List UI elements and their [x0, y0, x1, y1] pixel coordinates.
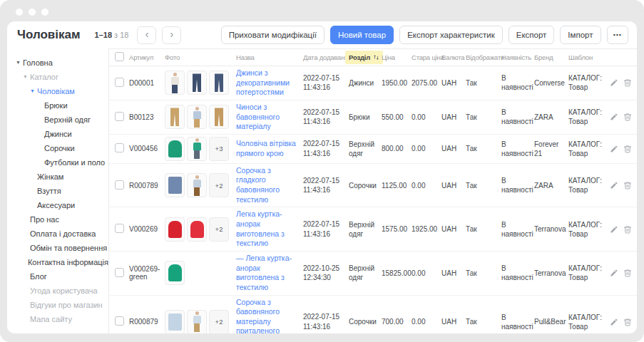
sidebar-item[interactable]: Футболки и поло [7, 155, 108, 170]
row-checkbox[interactable] [115, 316, 124, 326]
product-photo[interactable] [187, 137, 207, 161]
product-name-link[interactable]: Сорочка з бавовняного матеріалу притален… [236, 298, 280, 333]
delete-product-button[interactable] [623, 78, 632, 87]
column-header-name[interactable]: Назва [236, 53, 303, 61]
product-photo[interactable] [165, 71, 185, 95]
delete-product-button[interactable] [623, 225, 632, 234]
product-photo[interactable] [165, 105, 185, 129]
export-characteristics-button[interactable]: Експорт характеристик [399, 26, 503, 44]
edit-product-button[interactable] [610, 145, 618, 153]
sidebar-item[interactable]: Блог [7, 269, 108, 284]
select-all-checkbox[interactable] [115, 52, 124, 61]
product-photo[interactable] [209, 71, 229, 95]
sidebar-item[interactable]: Угода користувача [7, 284, 108, 298]
more-photos-badge[interactable]: +2 [209, 310, 229, 333]
sidebar-item[interactable]: Верхній одяг [7, 113, 108, 127]
column-header-currency[interactable]: Валюта [441, 53, 466, 61]
pagination: 1–18з 18 [95, 31, 129, 39]
product-photo[interactable] [187, 173, 207, 197]
product-photo[interactable] [209, 105, 229, 129]
product-photo[interactable] [187, 310, 207, 333]
edit-product-button[interactable] [610, 113, 618, 121]
prev-page-button[interactable] [137, 26, 156, 44]
product-name-link[interactable]: Сорочка з гладкого бавовняного текстилю [236, 166, 280, 204]
export-button[interactable]: Експорт [508, 26, 555, 44]
row-checkbox[interactable] [115, 268, 124, 277]
row-checkbox[interactable] [115, 180, 124, 190]
column-header-photo[interactable]: Фото [165, 53, 236, 61]
column-header-display[interactable]: Відображати [466, 53, 501, 61]
product-photo[interactable] [187, 105, 207, 129]
delete-product-button[interactable] [623, 145, 632, 153]
column-header-availability[interactable]: Наявність [501, 53, 534, 61]
sidebar-item[interactable]: Джинси [7, 127, 108, 141]
next-page-button[interactable] [162, 26, 181, 44]
product-old-price: 0.00 [412, 269, 441, 278]
table-body: D00001Джинси з декоративними потертостям… [109, 66, 637, 333]
product-section: Верхній одяг [349, 220, 382, 239]
edit-product-button[interactable] [610, 181, 618, 190]
more-photos-badge[interactable]: +2 [209, 173, 229, 197]
sidebar-item[interactable]: Мапа сайту [7, 312, 108, 326]
sidebar-item[interactable]: Про нас [7, 212, 108, 227]
pencil-icon [610, 181, 618, 190]
sidebar-item[interactable]: Сорочки [7, 141, 108, 155]
sidebar-item[interactable]: Жінкам [7, 170, 108, 184]
sidebar-item[interactable]: Контактна інформація [7, 255, 108, 269]
more-actions-button[interactable]: ⋯ [607, 26, 629, 44]
product-name-link[interactable]: Джинси з декоративними потертостями [236, 68, 290, 96]
delete-product-button[interactable] [623, 181, 632, 190]
product-photo[interactable] [165, 310, 185, 333]
hide-modifications-button[interactable]: Приховати модифікації [221, 26, 324, 44]
new-product-button[interactable]: Новий товар [330, 26, 394, 44]
row-checkbox-cell [109, 143, 129, 154]
edit-product-button[interactable] [610, 318, 618, 326]
product-photo[interactable] [165, 137, 185, 161]
column-header-old-price[interactable]: Стара ціна [412, 53, 441, 61]
row-checkbox[interactable] [115, 112, 124, 121]
product-name-link[interactable]: Легка куртка-анорак виготовлена з тексти… [236, 209, 285, 247]
product-photo[interactable] [165, 173, 185, 197]
product-name-link[interactable]: — Легка куртка-анорак виготовлена з текс… [236, 254, 292, 291]
sidebar-item[interactable]: ▼Чоловікам [7, 84, 108, 98]
delete-product-button[interactable] [623, 269, 632, 277]
delete-product-button[interactable] [623, 113, 632, 121]
column-header-article[interactable]: Артикул [129, 53, 165, 61]
table-row: V000269+2Легка куртка-анорак виготовлена… [109, 207, 637, 252]
row-checkbox[interactable] [115, 143, 124, 152]
column-header-date[interactable]: Дата додавання [303, 53, 349, 61]
product-name-link[interactable]: Чиноси з бавовняного матеріалу [236, 103, 280, 130]
column-header-section[interactable]: Розділ [349, 51, 382, 64]
product-price: 800.00 [382, 144, 412, 153]
sidebar-item[interactable]: Брюки [7, 98, 108, 113]
chevron-right-icon [168, 31, 175, 38]
more-photos-badge[interactable]: +2 [209, 217, 229, 242]
product-name-link[interactable]: Чоловіча вітрівка прямого крою [236, 139, 296, 157]
sidebar-item-label: Блог [30, 269, 47, 284]
more-photos-badge[interactable]: +3 [209, 137, 229, 161]
sidebar-item[interactable]: ▼Головна [7, 56, 108, 70]
sidebar-item[interactable]: Взуття [7, 184, 108, 198]
sidebar-item[interactable]: ▼Каталог [7, 70, 108, 84]
product-photo[interactable] [165, 217, 185, 242]
sidebar-item[interactable]: Аксесуари [7, 198, 108, 212]
edit-product-button[interactable] [610, 225, 618, 234]
product-currency: UAH [441, 317, 466, 326]
column-header-price[interactable]: Ціна [382, 53, 412, 61]
product-photo[interactable] [165, 261, 185, 285]
edit-product-button[interactable] [610, 78, 618, 87]
product-photo[interactable] [187, 71, 207, 95]
row-checkbox[interactable] [115, 224, 124, 233]
delete-product-button[interactable] [623, 318, 632, 326]
product-photo[interactable] [187, 217, 207, 242]
product-photos: +2 [165, 217, 236, 242]
sidebar-item[interactable]: Оплата і доставка [7, 227, 108, 241]
sidebar-item[interactable]: Відгуки про магазин [7, 298, 108, 312]
row-checkbox[interactable] [115, 78, 124, 87]
column-header-template[interactable]: Шаблон [568, 53, 610, 61]
time-value: 12:34:30 [303, 273, 346, 283]
sidebar-item[interactable]: Обмін та повернення [7, 241, 108, 255]
edit-product-button[interactable] [610, 269, 618, 277]
import-button[interactable]: Імпорт [560, 26, 600, 44]
column-header-brand[interactable]: Бренд [534, 53, 568, 61]
